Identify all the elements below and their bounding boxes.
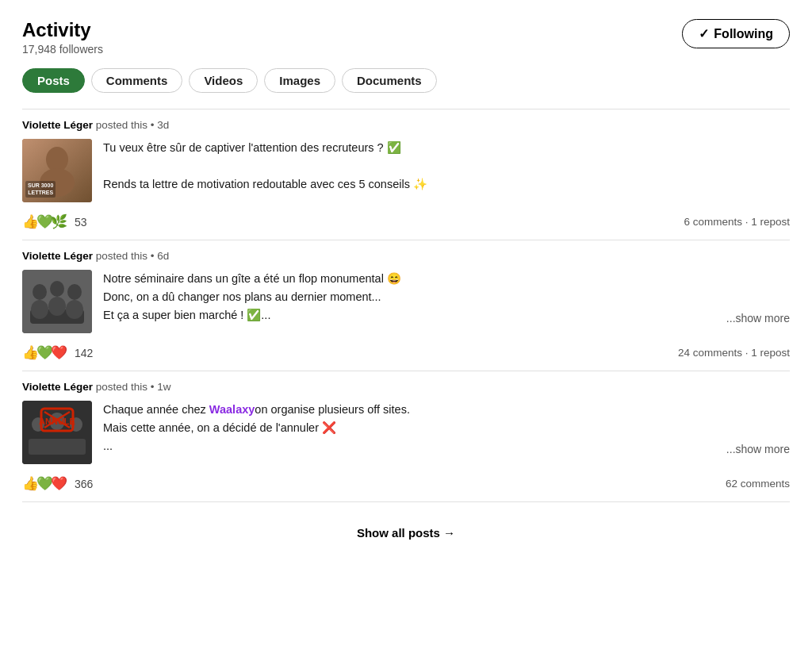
svg-point-5 xyxy=(33,284,47,300)
post-1-line1: Tu veux être sûr de captiver l'attention… xyxy=(103,139,790,157)
post-3-content: ANNULÉ Chaque année chez Waalaxyon organ… xyxy=(22,401,790,464)
post-2-reaction-count: 142 xyxy=(75,347,93,359)
post-3-link[interactable]: Waalaxy xyxy=(209,403,255,416)
svg-point-9 xyxy=(31,300,48,319)
post-1-meta: Violette Léger posted this • 3d xyxy=(22,119,790,131)
post-1-content: SUR 3000LETTRES Tu veux être sûr de capt… xyxy=(22,139,790,202)
post-1-author: Violette Léger xyxy=(22,119,93,131)
post-3-stats: 62 comments xyxy=(726,478,790,490)
post-2-show-more[interactable]: ...show more xyxy=(726,309,790,327)
following-button[interactable]: ✓ Following xyxy=(682,19,790,48)
post-3-reaction-count: 366 xyxy=(75,478,93,490)
post-3-action: posted this • 1w xyxy=(96,381,171,393)
post-2-line3: Et ça a super bien marché ! ✅... xyxy=(103,306,790,325)
post-2-line1: Notre séminaire dans un gîte a été un fl… xyxy=(103,270,790,288)
post-3-author: Violette Léger xyxy=(22,381,93,393)
svg-point-11 xyxy=(66,300,83,319)
tab-documents[interactable]: Documents xyxy=(342,68,437,93)
post-1-footer: 👍 💚 🌿 53 6 comments · 1 repost xyxy=(22,213,790,230)
title-block: Activity 17,948 followers xyxy=(22,19,103,56)
post-3-thumbnail: ANNULÉ xyxy=(22,401,92,464)
activity-header: Activity 17,948 followers ✓ Following xyxy=(22,19,790,56)
post-3-line2: Mais cette année, on a décidé de l'annul… xyxy=(103,419,790,437)
post-1-action: posted this • 3d xyxy=(96,119,170,131)
post-1-thumb-label: SUR 3000LETTRES xyxy=(25,181,56,198)
post-2-line2: Donc, on a dû changer nos plans au derni… xyxy=(103,288,790,306)
show-all-posts[interactable]: Show all posts → xyxy=(22,512,790,543)
post-1: Violette Léger posted this • 3d SUR 3000… xyxy=(22,119,790,230)
post-3-footer: 👍 💚 ❤️ 366 62 comments xyxy=(22,475,790,492)
following-label: Following xyxy=(714,27,773,41)
post-1-reactions: 👍 💚 🌿 53 xyxy=(22,213,87,230)
svg-point-10 xyxy=(48,297,66,316)
post-3-line1: Chaque année chez Waalaxyon organise plu… xyxy=(103,401,790,419)
post-3-reactions: 👍 💚 ❤️ 366 xyxy=(22,475,93,492)
post-2-thumbnail xyxy=(22,270,92,333)
post-1-thumbnail: SUR 3000LETTRES xyxy=(22,139,92,202)
divider-top xyxy=(22,109,790,109)
check-icon: ✓ xyxy=(699,26,709,41)
tabs-row: Posts Comments Videos Images Documents xyxy=(22,68,790,93)
followers-count: 17,948 followers xyxy=(22,43,103,56)
post-3-meta: Violette Léger posted this • 1w xyxy=(22,381,790,393)
post-2-stats: 24 comments · 1 repost xyxy=(678,347,790,359)
post-3-text: Chaque année chez Waalaxyon organise plu… xyxy=(103,401,790,458)
post-1-text: Tu veux être sûr de captiver l'attention… xyxy=(103,139,790,194)
post-2-action: posted this • 6d xyxy=(96,250,170,262)
post-2-text: Notre séminaire dans un gîte a été un fl… xyxy=(103,270,790,327)
reaction-icon-3: ❤️ xyxy=(51,475,67,492)
reaction-icon-3: 🌿 xyxy=(51,213,67,230)
tab-comments[interactable]: Comments xyxy=(91,68,183,93)
tab-posts[interactable]: Posts xyxy=(22,68,85,93)
post-2-content: Notre séminaire dans un gîte a été un fl… xyxy=(22,270,790,333)
svg-point-7 xyxy=(67,284,82,300)
tab-images[interactable]: Images xyxy=(264,68,335,93)
svg-point-6 xyxy=(50,281,64,297)
post-3-show-more[interactable]: ...show more xyxy=(726,440,790,458)
post-3: Violette Léger posted this • 1w ANNULÉ C… xyxy=(22,381,790,492)
post-2-reaction-icons: 👍 💚 ❤️ xyxy=(22,344,65,361)
post-2: Violette Léger posted this • 6d Notre sé… xyxy=(22,250,790,361)
divider-3 xyxy=(22,501,790,502)
svg-rect-16 xyxy=(29,439,86,455)
svg-text:ANNULÉ: ANNULÉ xyxy=(39,417,75,426)
divider-2 xyxy=(22,371,790,371)
post-1-reaction-count: 53 xyxy=(75,216,87,229)
post-1-line2: Rends ta lettre de motivation redoutable… xyxy=(103,175,790,194)
tab-videos[interactable]: Videos xyxy=(189,68,258,93)
page-title: Activity xyxy=(22,19,103,41)
post-1-stats: 6 comments · 1 repost xyxy=(684,216,790,228)
post-2-meta: Violette Léger posted this • 6d xyxy=(22,250,790,262)
reaction-icon-3: ❤️ xyxy=(51,344,67,361)
post-2-author: Violette Léger xyxy=(22,250,93,262)
post-3-line3: ... xyxy=(103,437,790,455)
divider-1 xyxy=(22,240,790,240)
post-2-footer: 👍 💚 ❤️ 142 24 comments · 1 repost xyxy=(22,344,790,361)
post-1-reaction-icons: 👍 💚 🌿 xyxy=(22,213,65,230)
post-2-reactions: 👍 💚 ❤️ 142 xyxy=(22,344,93,361)
post-3-reaction-icons: 👍 💚 ❤️ xyxy=(22,475,65,492)
